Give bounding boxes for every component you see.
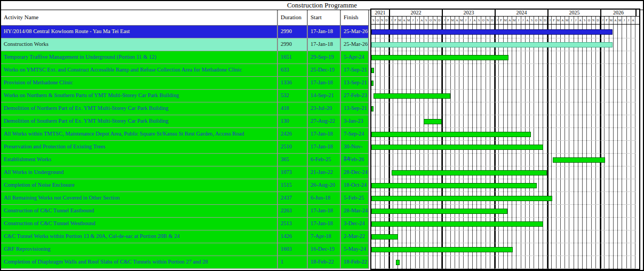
duration-cell: 532 bbox=[277, 90, 307, 102]
table-row: All Works within TMTSC, Maintenance Depo… bbox=[1, 128, 369, 141]
activity-name-cell: Construction Works bbox=[1, 38, 277, 51]
month-label: J bbox=[547, 17, 552, 24]
month-label: M bbox=[459, 17, 464, 24]
month-label: D bbox=[385, 17, 389, 24]
start-date-cell: 14-Sep-21 bbox=[307, 90, 340, 102]
month-label: J bbox=[569, 17, 574, 24]
activity-name-cell: Works on YMTSC Ext. and Construct Access… bbox=[1, 64, 277, 76]
month-label: J bbox=[627, 17, 631, 24]
column-header-finish: Finish bbox=[340, 10, 369, 25]
month-label: M bbox=[556, 17, 561, 24]
column-header-start: Start bbox=[307, 10, 340, 25]
gantt-bar bbox=[371, 145, 543, 150]
month-label: F bbox=[393, 17, 397, 24]
start-date-cell: 29-Sep-19 bbox=[307, 51, 340, 63]
finish-date-cell: 13-Sep-21 bbox=[340, 102, 369, 115]
start-date-cell: 21-Jan-22 bbox=[307, 166, 340, 179]
table-row: C&C Tunnel Works within Portion 13 & 20A… bbox=[1, 230, 369, 243]
finish-date-cell: 2-Mar-22 bbox=[340, 230, 369, 243]
activity-name-cell: Completion of Noise Enclosure bbox=[1, 179, 277, 192]
year-label: 2024 bbox=[495, 10, 547, 16]
table-row: Establishment Works3656-Feb-255-Feb-26 bbox=[1, 154, 369, 166]
gantt-bar bbox=[553, 157, 606, 163]
finish-date-cell: 17-Sep-21 bbox=[340, 64, 369, 76]
month-label: O bbox=[587, 17, 591, 24]
month-label: N bbox=[592, 17, 596, 24]
table-row: Provision of Methadone Clinic133617-Jan-… bbox=[1, 77, 369, 90]
month-label: D bbox=[543, 17, 547, 24]
duration-cell: 2437 bbox=[277, 192, 307, 204]
finish-date-cell: 5-May-24 bbox=[340, 243, 369, 256]
finish-date-cell: 25-Mar-26 bbox=[340, 26, 369, 38]
month-label: A bbox=[455, 17, 459, 24]
duration-cell: 365 bbox=[277, 154, 307, 166]
month-label: S bbox=[371, 17, 376, 24]
month-label: A bbox=[578, 17, 583, 24]
finish-date-cell: 28-Mar-24 bbox=[340, 205, 369, 217]
gantt-bar bbox=[371, 132, 531, 137]
construction-programme-page: Construction Programme Activity Name Dur… bbox=[0, 0, 644, 271]
duration-cell: 2263 bbox=[277, 205, 307, 217]
gantt-chart: 202120222023202420252026 SONDJFMAMJJASON… bbox=[370, 9, 640, 270]
duration-cell: 1 bbox=[277, 256, 307, 268]
activity-name-cell: Demolition of Northern Part of Ex. YMT M… bbox=[1, 102, 277, 115]
month-label: A bbox=[402, 17, 407, 24]
month-label: N bbox=[539, 17, 543, 24]
activity-name-cell: HY/2014/08 Central Kowloom Route - Yau M… bbox=[1, 26, 277, 38]
month-label: A bbox=[614, 17, 618, 24]
gantt-row-separator bbox=[371, 256, 635, 269]
activity-name-cell: Construction of C&C Tunnel Westbound bbox=[1, 218, 277, 230]
activity-name-cell: Temporary Traffive Management in Undergr… bbox=[1, 51, 277, 63]
month-label: J bbox=[622, 17, 626, 24]
finish-date-cell: 3-Jan-23 bbox=[340, 115, 369, 127]
month-label: J bbox=[442, 17, 446, 24]
finish-date-cell: 18-Feb-22 bbox=[340, 256, 369, 268]
month-label: M bbox=[504, 17, 508, 24]
gantt-bar bbox=[371, 209, 507, 214]
column-header-duration: Duration bbox=[277, 10, 307, 25]
start-date-cell: 16-Dec-19 bbox=[307, 243, 340, 256]
month-label: J bbox=[574, 17, 578, 24]
duration-cell: 130 bbox=[277, 115, 307, 127]
gantt-row-separator bbox=[371, 115, 635, 128]
gantt-month-header: SONDJFMAMJJASONDJFMAMJJASONDJFMAMJJASOND… bbox=[371, 17, 639, 25]
duration-cell: 1515 bbox=[277, 179, 307, 192]
duration-cell: 2426 bbox=[277, 128, 307, 140]
finish-date-cell: 18-Oct-24 bbox=[340, 179, 369, 192]
month-label: A bbox=[473, 17, 477, 24]
activity-name-cell: Establishment Works bbox=[1, 154, 277, 166]
duration-cell: 2513 bbox=[277, 218, 307, 230]
duration-cell: 418 bbox=[277, 102, 307, 115]
start-date-cell: 23-Jul-20 bbox=[307, 102, 340, 115]
start-date-cell: 25-Dec-19 bbox=[307, 64, 340, 76]
gantt-bar bbox=[371, 68, 374, 73]
table-row: Completion of Noise Enclosure151526-Aug-… bbox=[1, 179, 369, 192]
activity-name-cell: Completion of Diaphragm Walls and Roof S… bbox=[1, 256, 277, 268]
month-label: M bbox=[398, 17, 402, 24]
month-label: M bbox=[618, 17, 622, 24]
gantt-bar bbox=[371, 29, 613, 35]
start-date-cell: 17-Jan-18 bbox=[307, 141, 340, 153]
gantt-bar bbox=[371, 183, 537, 188]
table-row: GRF Reprovisioning160316-Dec-195-May-24 bbox=[1, 243, 369, 256]
activity-name-cell: GRF Reprovisioning bbox=[1, 243, 277, 256]
activity-name-cell: All Remaining Works not Covered in Other… bbox=[1, 192, 277, 204]
table-row: Works on Northern & Southern Parts of YM… bbox=[1, 90, 369, 102]
month-label: J bbox=[516, 17, 521, 24]
duration-cell: 1426 bbox=[277, 230, 307, 243]
month-label: A bbox=[508, 17, 512, 24]
month-label: S bbox=[477, 17, 481, 24]
duration-cell: 2990 bbox=[277, 38, 307, 51]
gantt-row-separator bbox=[371, 77, 635, 90]
table-row: All Works in Underground107321-Jan-2228-… bbox=[1, 166, 369, 179]
month-label: J bbox=[411, 17, 415, 24]
month-label: J bbox=[600, 17, 605, 24]
duration-cell: 1336 bbox=[277, 77, 307, 89]
table-row: Preservation and Protection of Existing … bbox=[1, 141, 369, 154]
month-label: M bbox=[512, 17, 516, 24]
duration-cell: 2990 bbox=[277, 26, 307, 38]
table-row: Demolition of Southern Part of Ex. YMT M… bbox=[1, 115, 369, 128]
start-date-cell: 17-Jan-18 bbox=[307, 38, 340, 51]
table-row: Construction of C&C Tunnel Westbound2513… bbox=[1, 218, 369, 230]
gantt-bar bbox=[371, 42, 613, 47]
